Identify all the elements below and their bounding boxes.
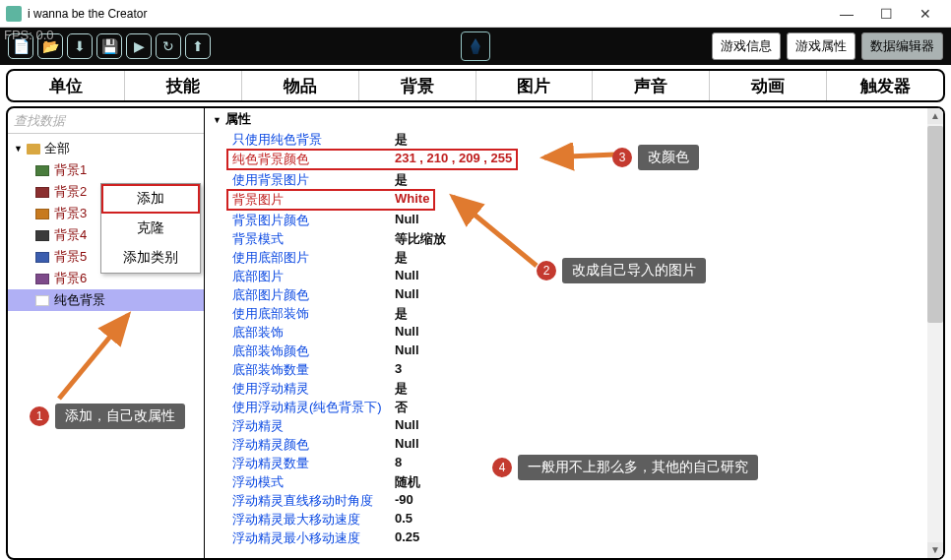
prop-name: 背景图片颜色 bbox=[232, 212, 395, 229]
tree-item-0[interactable]: 背景1 bbox=[8, 159, 204, 181]
prop-value: White bbox=[395, 191, 429, 209]
prop-row-11[interactable]: 底部装饰颜色Null bbox=[205, 342, 943, 360]
prop-row-1[interactable]: 纯色背景颜色231 , 210 , 209 , 255 bbox=[205, 149, 943, 170]
prop-value: 0.5 bbox=[395, 511, 412, 529]
scroll-thumb[interactable] bbox=[927, 126, 943, 323]
download-icon[interactable]: ⬇ bbox=[67, 33, 93, 59]
close-button[interactable]: ✕ bbox=[906, 0, 945, 28]
prop-row-5[interactable]: 背景模式等比缩放 bbox=[205, 229, 943, 248]
prop-value: Null bbox=[395, 342, 419, 360]
prop-row-19[interactable]: 浮动精灵直线移动时角度-90 bbox=[205, 491, 943, 510]
prop-value: 3 bbox=[395, 361, 402, 379]
toolbar: 📄 📂 ⬇ 💾 ▶ ↻ ⬆ 游戏信息游戏属性数据编辑器 bbox=[0, 28, 951, 65]
prop-row-20[interactable]: 浮动精灵最大移动速度0.5 bbox=[205, 510, 943, 529]
tree-item-label: 背景5 bbox=[54, 248, 87, 266]
upload-icon[interactable]: ⬆ bbox=[185, 33, 211, 59]
tab-3[interactable]: 背景 bbox=[359, 71, 476, 100]
prop-value: 是 bbox=[395, 380, 408, 398]
window-title: i wanna be the Creator bbox=[28, 7, 827, 21]
properties-header[interactable]: ▼ 属性 bbox=[205, 108, 943, 130]
prop-value: 是 bbox=[395, 249, 408, 267]
scroll-up-icon[interactable]: ▲ bbox=[927, 108, 943, 124]
prop-name: 浮动精灵数量 bbox=[232, 455, 395, 472]
right-button-2[interactable]: 数据编辑器 bbox=[861, 32, 943, 60]
save-icon[interactable]: 💾 bbox=[96, 33, 122, 59]
tree-item-label: 背景1 bbox=[54, 161, 87, 179]
prop-row-8[interactable]: 底部图片颜色Null bbox=[205, 285, 943, 304]
prop-row-4[interactable]: 背景图片颜色Null bbox=[205, 211, 943, 229]
right-button-1[interactable]: 游戏属性 bbox=[787, 32, 856, 60]
prop-value: Null bbox=[395, 324, 419, 342]
tree-item-label: 背景6 bbox=[54, 270, 87, 287]
maximize-button[interactable]: ☐ bbox=[866, 0, 906, 28]
prop-value: Null bbox=[395, 417, 419, 435]
prop-row-14[interactable]: 使用浮动精灵(纯色背景下)否 bbox=[205, 398, 943, 416]
annotation-3: 3 改颜色 bbox=[612, 145, 699, 170]
prop-value: 231 , 210 , 209 , 255 bbox=[395, 151, 512, 168]
context-add-category[interactable]: 添加类别 bbox=[101, 243, 200, 273]
prop-name: 浮动精灵最小移动速度 bbox=[232, 529, 395, 547]
prop-row-2[interactable]: 使用背景图片是 bbox=[205, 170, 943, 189]
prop-name: 浮动精灵直线移动时角度 bbox=[232, 492, 395, 510]
prop-name: 背景图片 bbox=[232, 191, 395, 209]
prop-row-9[interactable]: 使用底部装饰是 bbox=[205, 304, 943, 323]
tab-1[interactable]: 技能 bbox=[125, 71, 242, 100]
badge-1: 1 bbox=[30, 406, 49, 426]
open-file-icon[interactable]: 📂 bbox=[37, 33, 63, 59]
badge-4: 4 bbox=[492, 458, 512, 477]
color-swatch bbox=[35, 187, 49, 198]
tree-root[interactable]: ▼ 全部 bbox=[8, 138, 204, 159]
search-input[interactable]: 查找数据 bbox=[8, 108, 204, 134]
callout-2: 改成自己导入的图片 bbox=[562, 258, 706, 283]
prop-row-12[interactable]: 底部装饰数量3 bbox=[205, 360, 943, 379]
play-icon[interactable]: ▶ bbox=[126, 33, 152, 59]
prop-name: 浮动精灵颜色 bbox=[232, 436, 395, 454]
prop-row-0[interactable]: 只使用纯色背景是 bbox=[205, 130, 943, 149]
prop-value: 是 bbox=[395, 305, 408, 323]
context-add[interactable]: 添加 bbox=[101, 184, 200, 214]
new-file-icon[interactable]: 📄 bbox=[8, 33, 33, 59]
tab-7[interactable]: 触发器 bbox=[827, 71, 943, 100]
prop-name: 浮动精灵 bbox=[232, 417, 395, 435]
tree-item-6[interactable]: 纯色背景 bbox=[8, 289, 204, 311]
tab-0[interactable]: 单位 bbox=[8, 71, 125, 100]
refresh-icon[interactable]: ↻ bbox=[156, 33, 181, 59]
prop-name: 只使用纯色背景 bbox=[232, 131, 395, 149]
tab-2[interactable]: 物品 bbox=[242, 71, 359, 100]
tree-item-label: 背景2 bbox=[54, 183, 87, 201]
titlebar: i wanna be the Creator — ☐ ✕ bbox=[0, 0, 951, 28]
right-button-0[interactable]: 游戏信息 bbox=[712, 32, 781, 60]
prop-name: 底部装饰颜色 bbox=[232, 342, 395, 360]
callout-3: 改颜色 bbox=[638, 145, 699, 170]
scroll-down-icon[interactable]: ▼ bbox=[927, 542, 943, 558]
callout-1: 添加，自己改属性 bbox=[55, 404, 185, 429]
prop-name: 浮动精灵最大移动速度 bbox=[232, 511, 395, 529]
tab-6[interactable]: 动画 bbox=[710, 71, 827, 100]
prop-row-13[interactable]: 使用浮动精灵是 bbox=[205, 379, 943, 398]
prop-row-10[interactable]: 底部装饰Null bbox=[205, 323, 943, 342]
character-icon[interactable] bbox=[461, 31, 490, 61]
prop-value: Null bbox=[395, 436, 419, 454]
color-swatch bbox=[35, 274, 49, 284]
context-clone[interactable]: 克隆 bbox=[101, 214, 200, 243]
prop-name: 底部图片 bbox=[232, 268, 395, 285]
color-swatch bbox=[35, 295, 49, 306]
prop-name: 使用底部装饰 bbox=[232, 305, 395, 323]
prop-row-15[interactable]: 浮动精灵Null bbox=[205, 416, 943, 435]
prop-name: 底部装饰 bbox=[232, 324, 395, 342]
badge-3: 3 bbox=[612, 148, 632, 167]
tab-4[interactable]: 图片 bbox=[476, 71, 594, 100]
folder-icon bbox=[27, 144, 40, 155]
prop-value: 8 bbox=[395, 455, 402, 472]
prop-value: Null bbox=[395, 286, 419, 304]
tab-5[interactable]: 声音 bbox=[593, 71, 710, 100]
scrollbar[interactable]: ▲ ▼ bbox=[927, 108, 943, 558]
prop-row-16[interactable]: 浮动精灵颜色Null bbox=[205, 435, 943, 454]
prop-row-3[interactable]: 背景图片White bbox=[205, 189, 943, 211]
minimize-button[interactable]: — bbox=[827, 0, 866, 28]
prop-name: 底部装饰数量 bbox=[232, 361, 395, 379]
color-swatch bbox=[35, 252, 49, 263]
prop-row-21[interactable]: 浮动精灵最小移动速度0.25 bbox=[205, 529, 943, 547]
properties-panel: ▼ 属性 只使用纯色背景是纯色背景颜色231 , 210 , 209 , 255… bbox=[205, 108, 943, 558]
prop-value: 随机 bbox=[395, 473, 420, 491]
